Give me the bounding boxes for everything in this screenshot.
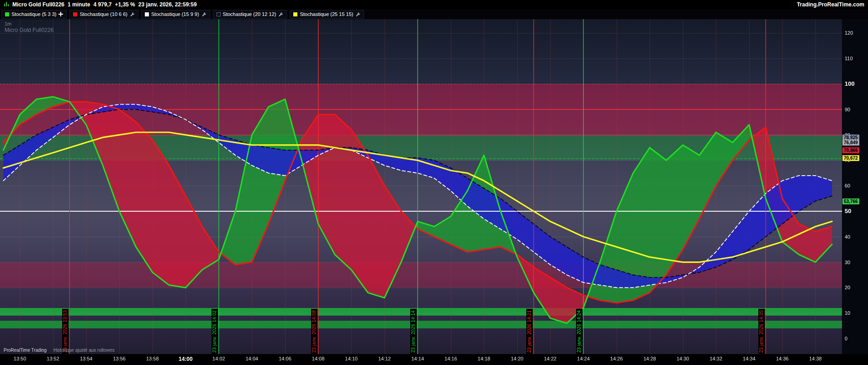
indicator-chip-2[interactable]: Stochastique (10 6 6) [69, 10, 138, 19]
indicator-label: Stochastique (20 12 12) [223, 11, 276, 17]
indicator-color-swatch [145, 12, 149, 16]
quote-datetime: 23 janv. 2026, 22:59:59 [138, 1, 197, 8]
indicator-color-swatch [293, 12, 297, 16]
price-change: +1,35 % [115, 1, 135, 8]
instrument-name: Micro Gold Full0226 [12, 1, 64, 8]
title-bar: Micro Gold Full0226 1 minute 4 979,7 +1,… [0, 0, 868, 9]
indicator-label: Stochastique (25 15 15) [300, 11, 353, 17]
chart-icon [4, 1, 9, 8]
timeframe-label: 1 minute [68, 1, 90, 8]
wrench-icon[interactable] [278, 12, 283, 17]
indicator-label: Stochastique (5 3 3) [11, 11, 56, 17]
wrench-icon[interactable] [355, 12, 360, 17]
indicator-chip-3[interactable]: Stochastique (15 9 9) [141, 10, 210, 19]
prorealtime-window: Micro Gold Full0226 1 minute 4 979,7 +1,… [0, 0, 868, 365]
chart-area: 010203040506070809010011012078,92576,849… [0, 19, 868, 365]
wrench-icon[interactable] [130, 12, 135, 17]
indicator-chip-5[interactable]: Stochastique (25 15 15) [290, 10, 364, 19]
brand-link[interactable]: Trading.ProRealTime.com [797, 1, 864, 8]
indicator-color-swatch [73, 12, 77, 16]
indicator-bar: Stochastique (5 3 3)Stochastique (10 6 6… [0, 9, 868, 19]
add-indicator-icon[interactable] [58, 12, 63, 16]
indicator-chip-1[interactable]: Stochastique (5 3 3) [1, 10, 67, 19]
last-price: 4 979,7 [93, 1, 111, 8]
indicator-chip-4[interactable]: Stochastique (20 12 12) [213, 10, 287, 19]
wrench-icon[interactable] [201, 12, 206, 17]
chart-canvas[interactable] [0, 19, 868, 365]
indicator-color-swatch [5, 12, 9, 16]
indicator-label: Stochastique (10 6 6) [79, 11, 127, 17]
indicator-color-swatch [217, 12, 221, 16]
indicator-label: Stochastique (15 9 9) [151, 11, 199, 17]
